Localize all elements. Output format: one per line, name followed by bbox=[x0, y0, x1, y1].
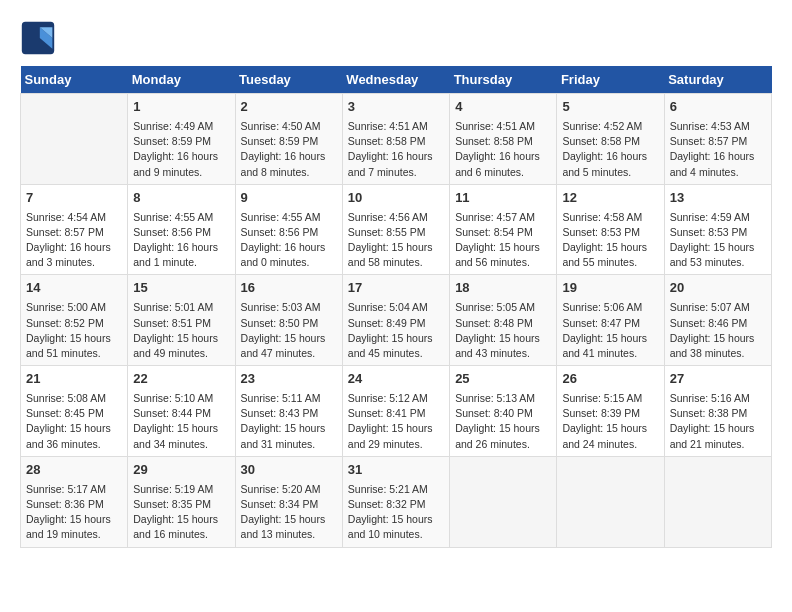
day-info: Sunrise: 5:05 AMSunset: 8:48 PMDaylight:… bbox=[455, 300, 551, 361]
calendar-cell: 6Sunrise: 4:53 AMSunset: 8:57 PMDaylight… bbox=[664, 94, 771, 185]
day-info: Sunrise: 5:21 AMSunset: 8:32 PMDaylight:… bbox=[348, 482, 444, 543]
calendar-week-2: 7Sunrise: 4:54 AMSunset: 8:57 PMDaylight… bbox=[21, 184, 772, 275]
calendar-cell: 25Sunrise: 5:13 AMSunset: 8:40 PMDayligh… bbox=[450, 366, 557, 457]
day-info: Sunrise: 5:17 AMSunset: 8:36 PMDaylight:… bbox=[26, 482, 122, 543]
day-number: 10 bbox=[348, 189, 444, 208]
day-info: Sunrise: 5:06 AMSunset: 8:47 PMDaylight:… bbox=[562, 300, 658, 361]
day-number: 24 bbox=[348, 370, 444, 389]
col-header-sunday: Sunday bbox=[21, 66, 128, 94]
day-info: Sunrise: 4:49 AMSunset: 8:59 PMDaylight:… bbox=[133, 119, 229, 180]
column-headers: SundayMondayTuesdayWednesdayThursdayFrid… bbox=[21, 66, 772, 94]
calendar-cell: 2Sunrise: 4:50 AMSunset: 8:59 PMDaylight… bbox=[235, 94, 342, 185]
day-number: 31 bbox=[348, 461, 444, 480]
col-header-tuesday: Tuesday bbox=[235, 66, 342, 94]
calendar-table: SundayMondayTuesdayWednesdayThursdayFrid… bbox=[20, 66, 772, 548]
day-info: Sunrise: 4:56 AMSunset: 8:55 PMDaylight:… bbox=[348, 210, 444, 271]
day-info: Sunrise: 4:59 AMSunset: 8:53 PMDaylight:… bbox=[670, 210, 766, 271]
calendar-cell: 24Sunrise: 5:12 AMSunset: 8:41 PMDayligh… bbox=[342, 366, 449, 457]
day-number: 23 bbox=[241, 370, 337, 389]
day-number: 21 bbox=[26, 370, 122, 389]
day-info: Sunrise: 4:51 AMSunset: 8:58 PMDaylight:… bbox=[455, 119, 551, 180]
calendar-cell: 10Sunrise: 4:56 AMSunset: 8:55 PMDayligh… bbox=[342, 184, 449, 275]
calendar-week-1: 1Sunrise: 4:49 AMSunset: 8:59 PMDaylight… bbox=[21, 94, 772, 185]
day-info: Sunrise: 4:55 AMSunset: 8:56 PMDaylight:… bbox=[241, 210, 337, 271]
day-info: Sunrise: 4:55 AMSunset: 8:56 PMDaylight:… bbox=[133, 210, 229, 271]
calendar-cell bbox=[664, 456, 771, 547]
col-header-friday: Friday bbox=[557, 66, 664, 94]
calendar-cell: 16Sunrise: 5:03 AMSunset: 8:50 PMDayligh… bbox=[235, 275, 342, 366]
day-number: 6 bbox=[670, 98, 766, 117]
day-number: 12 bbox=[562, 189, 658, 208]
calendar-cell: 12Sunrise: 4:58 AMSunset: 8:53 PMDayligh… bbox=[557, 184, 664, 275]
calendar-cell: 15Sunrise: 5:01 AMSunset: 8:51 PMDayligh… bbox=[128, 275, 235, 366]
day-number: 14 bbox=[26, 279, 122, 298]
day-info: Sunrise: 5:15 AMSunset: 8:39 PMDaylight:… bbox=[562, 391, 658, 452]
day-number: 19 bbox=[562, 279, 658, 298]
day-number: 28 bbox=[26, 461, 122, 480]
col-header-wednesday: Wednesday bbox=[342, 66, 449, 94]
page-header bbox=[20, 20, 772, 56]
calendar-week-5: 28Sunrise: 5:17 AMSunset: 8:36 PMDayligh… bbox=[21, 456, 772, 547]
day-number: 20 bbox=[670, 279, 766, 298]
day-info: Sunrise: 5:16 AMSunset: 8:38 PMDaylight:… bbox=[670, 391, 766, 452]
calendar-cell: 7Sunrise: 4:54 AMSunset: 8:57 PMDaylight… bbox=[21, 184, 128, 275]
calendar-cell: 21Sunrise: 5:08 AMSunset: 8:45 PMDayligh… bbox=[21, 366, 128, 457]
day-info: Sunrise: 5:00 AMSunset: 8:52 PMDaylight:… bbox=[26, 300, 122, 361]
day-number: 26 bbox=[562, 370, 658, 389]
day-info: Sunrise: 4:50 AMSunset: 8:59 PMDaylight:… bbox=[241, 119, 337, 180]
day-number: 5 bbox=[562, 98, 658, 117]
calendar-cell: 26Sunrise: 5:15 AMSunset: 8:39 PMDayligh… bbox=[557, 366, 664, 457]
calendar-cell: 4Sunrise: 4:51 AMSunset: 8:58 PMDaylight… bbox=[450, 94, 557, 185]
calendar-cell: 3Sunrise: 4:51 AMSunset: 8:58 PMDaylight… bbox=[342, 94, 449, 185]
day-info: Sunrise: 4:53 AMSunset: 8:57 PMDaylight:… bbox=[670, 119, 766, 180]
calendar-cell: 13Sunrise: 4:59 AMSunset: 8:53 PMDayligh… bbox=[664, 184, 771, 275]
day-number: 2 bbox=[241, 98, 337, 117]
day-number: 18 bbox=[455, 279, 551, 298]
calendar-cell: 5Sunrise: 4:52 AMSunset: 8:58 PMDaylight… bbox=[557, 94, 664, 185]
day-number: 16 bbox=[241, 279, 337, 298]
calendar-cell: 29Sunrise: 5:19 AMSunset: 8:35 PMDayligh… bbox=[128, 456, 235, 547]
day-info: Sunrise: 5:08 AMSunset: 8:45 PMDaylight:… bbox=[26, 391, 122, 452]
day-number: 4 bbox=[455, 98, 551, 117]
calendar-cell: 27Sunrise: 5:16 AMSunset: 8:38 PMDayligh… bbox=[664, 366, 771, 457]
calendar-cell: 31Sunrise: 5:21 AMSunset: 8:32 PMDayligh… bbox=[342, 456, 449, 547]
day-info: Sunrise: 5:04 AMSunset: 8:49 PMDaylight:… bbox=[348, 300, 444, 361]
day-number: 27 bbox=[670, 370, 766, 389]
day-info: Sunrise: 5:19 AMSunset: 8:35 PMDaylight:… bbox=[133, 482, 229, 543]
day-info: Sunrise: 5:11 AMSunset: 8:43 PMDaylight:… bbox=[241, 391, 337, 452]
calendar-cell: 20Sunrise: 5:07 AMSunset: 8:46 PMDayligh… bbox=[664, 275, 771, 366]
day-info: Sunrise: 5:01 AMSunset: 8:51 PMDaylight:… bbox=[133, 300, 229, 361]
calendar-cell: 1Sunrise: 4:49 AMSunset: 8:59 PMDaylight… bbox=[128, 94, 235, 185]
calendar-cell: 14Sunrise: 5:00 AMSunset: 8:52 PMDayligh… bbox=[21, 275, 128, 366]
day-number: 3 bbox=[348, 98, 444, 117]
calendar-cell: 17Sunrise: 5:04 AMSunset: 8:49 PMDayligh… bbox=[342, 275, 449, 366]
calendar-cell bbox=[557, 456, 664, 547]
day-number: 8 bbox=[133, 189, 229, 208]
calendar-cell: 8Sunrise: 4:55 AMSunset: 8:56 PMDaylight… bbox=[128, 184, 235, 275]
col-header-thursday: Thursday bbox=[450, 66, 557, 94]
day-number: 25 bbox=[455, 370, 551, 389]
day-info: Sunrise: 4:57 AMSunset: 8:54 PMDaylight:… bbox=[455, 210, 551, 271]
logo bbox=[20, 20, 60, 56]
day-info: Sunrise: 5:20 AMSunset: 8:34 PMDaylight:… bbox=[241, 482, 337, 543]
day-info: Sunrise: 4:51 AMSunset: 8:58 PMDaylight:… bbox=[348, 119, 444, 180]
day-info: Sunrise: 4:54 AMSunset: 8:57 PMDaylight:… bbox=[26, 210, 122, 271]
calendar-cell: 22Sunrise: 5:10 AMSunset: 8:44 PMDayligh… bbox=[128, 366, 235, 457]
day-info: Sunrise: 5:12 AMSunset: 8:41 PMDaylight:… bbox=[348, 391, 444, 452]
calendar-cell bbox=[450, 456, 557, 547]
day-info: Sunrise: 5:10 AMSunset: 8:44 PMDaylight:… bbox=[133, 391, 229, 452]
day-number: 30 bbox=[241, 461, 337, 480]
day-info: Sunrise: 4:52 AMSunset: 8:58 PMDaylight:… bbox=[562, 119, 658, 180]
calendar-cell: 23Sunrise: 5:11 AMSunset: 8:43 PMDayligh… bbox=[235, 366, 342, 457]
day-info: Sunrise: 4:58 AMSunset: 8:53 PMDaylight:… bbox=[562, 210, 658, 271]
day-number: 22 bbox=[133, 370, 229, 389]
day-number: 17 bbox=[348, 279, 444, 298]
calendar-week-4: 21Sunrise: 5:08 AMSunset: 8:45 PMDayligh… bbox=[21, 366, 772, 457]
calendar-week-3: 14Sunrise: 5:00 AMSunset: 8:52 PMDayligh… bbox=[21, 275, 772, 366]
calendar-cell: 30Sunrise: 5:20 AMSunset: 8:34 PMDayligh… bbox=[235, 456, 342, 547]
day-number: 11 bbox=[455, 189, 551, 208]
calendar-cell bbox=[21, 94, 128, 185]
calendar-cell: 28Sunrise: 5:17 AMSunset: 8:36 PMDayligh… bbox=[21, 456, 128, 547]
calendar-cell: 11Sunrise: 4:57 AMSunset: 8:54 PMDayligh… bbox=[450, 184, 557, 275]
day-number: 13 bbox=[670, 189, 766, 208]
